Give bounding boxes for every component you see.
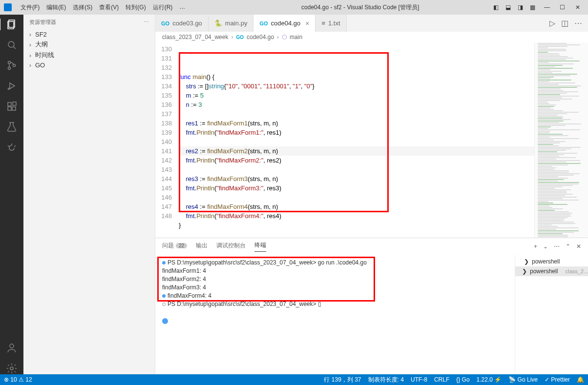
svg-point-6 [13,64,16,67]
editor-tabs: GOcode03.go 🐍main.py GOcode04.go× ≡1.txt… [155,15,588,32]
svg-marker-7 [10,83,15,89]
editor-body[interactable]: 1301311321331341351361371381391401411421… [155,42,588,238]
terminal-list: ❯powershell ❯powershell class_2... [515,255,588,374]
menu-select[interactable]: 选择(S) [70,2,95,13]
status-problems[interactable]: ⊗ 10 ⚠ 12 [4,376,32,383]
status-go-live[interactable]: 📡 Go Live [508,376,538,383]
more-actions-icon[interactable]: ⋯ [574,19,582,28]
minimap[interactable] [534,42,588,238]
panel-tab-problems[interactable]: 问题22 [162,242,187,252]
status-language[interactable]: {} Go [456,376,469,383]
panel: 问题22 输出 调试控制台 终端 + ⌄ ⋯ ⌃ ✕ PS D:\mysetup… [155,238,588,374]
terminal-output[interactable]: PS D:\mysetup\gopath\src\sf2\class_2023_… [155,255,515,374]
side-bar: 资源管理器 ⋯ ›SF2 ›大纲 ›时间线 ›GO [23,15,155,374]
tab-close-icon[interactable]: × [305,20,309,27]
terminal-item-1[interactable]: ❯powershell [515,257,588,266]
tree-item-timeline[interactable]: ›时间线 [23,50,155,61]
panel-actions: + ⌄ ⋯ ⌃ ✕ [534,243,581,250]
run-code-icon[interactable]: ▷ [549,19,555,28]
powershell-icon: ❯ [524,258,529,265]
new-terminal-icon[interactable]: + [534,243,537,250]
menu-goto[interactable]: 转到(G) [123,2,148,13]
panel-tab-terminal[interactable]: 终端 [254,241,266,252]
minimize-icon[interactable]: — [544,4,551,11]
testing-icon[interactable] [6,121,18,133]
svg-point-5 [8,67,11,70]
editor-area: GOcode03.go 🐍main.py GOcode04.go× ≡1.txt… [155,15,588,374]
go-file-icon: GO [236,35,244,40]
maximize-panel-icon[interactable]: ⌃ [566,243,570,250]
status-indent[interactable]: 制表符长度: 4 [368,376,404,384]
text-file-icon: ≡ [321,20,325,27]
source-control-icon[interactable] [6,60,18,71]
svg-rect-12 [13,102,16,105]
status-cursor-pos[interactable]: 行 139，列 37 [324,376,361,384]
svg-rect-11 [12,107,16,110]
go-file-icon: GO [259,20,268,26]
window-controls: — ☐ ✕ [544,4,582,11]
sidebar-title: 资源管理器 [29,19,56,26]
terminal-body: PS D:\mysetup\gopath\src\sf2\class_2023_… [155,255,588,374]
split-editor-icon[interactable]: ◫ [561,19,568,28]
window-title: code04.go - sf2 - Visual Studio Code [管理… [188,3,493,12]
svg-point-8 [8,88,10,90]
extensions-icon[interactable] [6,101,18,112]
status-prettier[interactable]: ✓ Prettier [545,376,570,383]
panel-tab-debug[interactable]: 调试控制台 [216,242,246,252]
status-go-version[interactable]: 1.22.0 ⚡ [477,376,502,383]
status-bar: ⊗ 10 ⚠ 12 行 139，列 37 制表符长度: 4 UTF-8 CRLF… [0,374,588,385]
editor-actions: ▷ ◫ ⋯ [544,15,588,32]
toggle-panel-icon[interactable]: ⬓ [505,4,511,11]
terminal-dropdown-icon[interactable]: ⌄ [543,243,548,250]
maximize-icon[interactable]: ☐ [560,4,567,11]
tree-item-outline[interactable]: ›大纲 [23,39,155,50]
svg-point-2 [8,41,14,47]
status-encoding[interactable]: UTF-8 [411,376,427,383]
svg-rect-9 [8,102,11,106]
menu-more[interactable]: … [176,2,188,13]
explorer-tree: ›SF2 ›大纲 ›时间线 ›GO [23,30,155,70]
python-file-icon: 🐍 [214,20,222,27]
tab-code03[interactable]: GOcode03.go [155,15,209,32]
status-notifications-icon[interactable]: 🔔 [577,376,584,383]
status-eol[interactable]: CRLF [434,376,449,383]
run-debug-icon[interactable] [6,80,18,92]
menu-run[interactable]: 运行(R) [150,2,176,13]
sidebar-header: 资源管理器 ⋯ [23,15,155,30]
svg-point-13 [10,344,14,348]
tree-item-go[interactable]: ›GO [23,61,155,70]
toggle-secondary-sidebar-icon[interactable]: ◨ [518,4,523,11]
panel-tab-output[interactable]: 输出 [196,242,208,252]
customize-layout-icon[interactable]: ▦ [530,4,535,11]
more-icon[interactable]: ⋯ [554,243,560,250]
svg-point-4 [8,61,11,64]
go-file-icon: GO [161,20,169,26]
code-content[interactable]: func main() { strs := []string{"10", "00… [179,42,534,238]
line-numbers: 1301311321331341351361371381391401411421… [155,42,179,238]
explorer-icon[interactable] [0,19,23,30]
menu-edit[interactable]: 编辑(E) [43,2,69,13]
menu-bar: 文件(F) 编辑(E) 选择(S) 查看(V) 转到(G) 运行(R) … [18,2,188,13]
title-bar: 文件(F) 编辑(E) 选择(S) 查看(V) 转到(G) 运行(R) … co… [0,0,588,15]
svg-rect-10 [8,107,11,110]
powershell-icon: ❯ [522,268,527,275]
layout-controls: ◧ ⬓ ◨ ▦ [493,4,535,11]
settings-gear-icon[interactable] [6,363,18,374]
go-extension-icon[interactable] [6,142,18,153]
menu-file[interactable]: 文件(F) [18,2,42,13]
close-panel-icon[interactable]: ✕ [576,243,581,250]
accounts-icon[interactable] [6,342,18,354]
close-icon[interactable]: ✕ [575,4,582,11]
toggle-primary-sidebar-icon[interactable]: ◧ [493,4,499,11]
tab-1-txt[interactable]: ≡1.txt [315,15,346,32]
tree-item-sf2[interactable]: ›SF2 [23,30,155,39]
sidebar-more-icon[interactable]: ⋯ [144,19,149,25]
svg-line-3 [14,47,16,49]
tab-main-py[interactable]: 🐍main.py [209,15,254,32]
terminal-item-2[interactable]: ❯powershell class_2... [515,266,588,276]
menu-view[interactable]: 查看(V) [96,2,122,13]
breadcrumbs[interactable]: class_2023_07_04_week› GOcode04.go› ⬡mai… [155,32,588,42]
search-icon[interactable] [6,39,18,51]
panel-tabs: 问题22 输出 调试控制台 终端 + ⌄ ⋯ ⌃ ✕ [155,238,588,255]
tab-code04[interactable]: GOcode04.go× [253,15,315,32]
